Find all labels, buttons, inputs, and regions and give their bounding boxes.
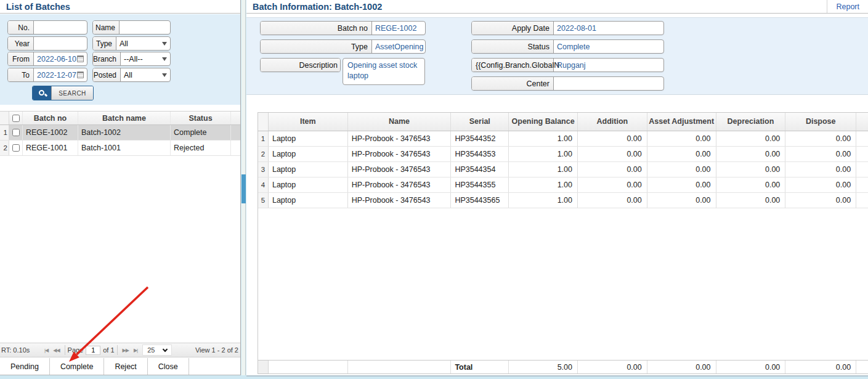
chevron-down-icon xyxy=(162,73,167,77)
next-page-icon[interactable]: ▶▶ xyxy=(120,348,131,353)
from-date-value: 2022-06-10 xyxy=(37,55,76,63)
cell-serial: HP3544352 xyxy=(451,131,509,146)
row-checkbox[interactable] xyxy=(12,129,20,136)
col-status[interactable]: Status xyxy=(171,112,231,124)
cell-adjustment: 0.00 xyxy=(647,193,716,208)
total-adjustment: 0.00 xyxy=(647,361,716,373)
batch-no-value[interactable]: REGE-1002 xyxy=(372,22,425,35)
item-row[interactable]: 5 Laptop HP-Probook - 3476543 HP35443565… xyxy=(258,193,868,208)
cell-name: HP-Probook - 3476543 xyxy=(348,193,452,208)
from-date-field[interactable]: From 2022-06-10 xyxy=(7,52,87,66)
col-asset-adjustment[interactable]: Asset Adjustment xyxy=(647,113,716,131)
center-field: Center xyxy=(471,76,664,91)
cell-depreciation: 0.00 xyxy=(716,193,786,208)
center-value[interactable] xyxy=(554,77,663,90)
reject-button[interactable]: Reject xyxy=(104,358,147,375)
right-titlebar: Batch Information: Batch-1002 Report xyxy=(246,0,868,14)
type-label: Type xyxy=(93,37,116,50)
cell-serial: HP3544353 xyxy=(451,147,509,161)
left-panel-title: List of Batches xyxy=(0,2,70,12)
cell-dispose: 0.00 xyxy=(785,177,856,192)
filter-area: No. Name Year Type All From 2022-06-10 B… xyxy=(0,14,240,105)
first-page-icon[interactable]: |◀ xyxy=(42,348,51,353)
chevron-down-icon xyxy=(162,57,167,61)
col-depreciation[interactable]: Depreciation xyxy=(716,113,786,131)
col-item[interactable]: Item xyxy=(269,113,348,131)
branch-select[interactable]: Branch --All-- xyxy=(92,52,171,66)
col-dispose[interactable]: Dispose xyxy=(785,113,856,131)
cell-opening: 1.00 xyxy=(509,177,578,192)
cell-adjustment: 0.00 xyxy=(647,147,716,161)
page-number-input[interactable] xyxy=(86,346,100,355)
items-table-total-row: Total 5.00 0.00 0.00 0.00 0.00 xyxy=(258,360,868,373)
type-select[interactable]: Type All xyxy=(92,36,171,51)
cell-addition: 0.00 xyxy=(578,193,647,208)
col-opening-balance[interactable]: Opening Balance xyxy=(509,113,578,131)
batch-items-table: Item Name Serial Opening Balance Additio… xyxy=(258,112,868,374)
row-number: 5 xyxy=(258,193,269,208)
branch-field: {{Config.Branch.GlobalN Rupganj xyxy=(471,58,664,72)
search-icon xyxy=(33,86,51,100)
description-value[interactable]: Opening asset stock laptop xyxy=(343,58,425,85)
type-field-value[interactable]: AssetOpening xyxy=(372,40,425,53)
cell-opening: 1.00 xyxy=(509,147,578,161)
year-input[interactable] xyxy=(37,37,84,50)
cell-adjustment: 0.00 xyxy=(647,162,716,177)
apply-date-value[interactable]: 2022-08-01 xyxy=(554,22,663,35)
calendar-icon[interactable] xyxy=(77,55,84,62)
col-name[interactable]: Name xyxy=(348,113,452,131)
last-page-icon[interactable]: ▶| xyxy=(131,348,140,353)
page-size-value: 25 xyxy=(147,346,155,354)
cell-depreciation: 0.00 xyxy=(716,177,786,192)
name-input[interactable] xyxy=(123,21,167,34)
pending-button[interactable]: Pending xyxy=(0,358,50,375)
cell-batch-no: REGE-1002 xyxy=(23,125,78,140)
col-batch-name[interactable]: Batch name xyxy=(78,112,171,124)
type-value: All xyxy=(120,39,128,48)
cell-dispose: 0.00 xyxy=(785,162,856,177)
complete-button[interactable]: Complete xyxy=(50,358,105,375)
batch-information-panel: Batch Information: Batch-1002 Report Bat… xyxy=(246,0,868,377)
search-button[interactable]: SEARCH xyxy=(32,86,94,100)
cell-serial: HP3544355 xyxy=(451,177,509,192)
col-batch-no[interactable]: Batch no xyxy=(23,112,78,124)
table-row[interactable]: 2 REGE-1001 Batch-1001 Rejected xyxy=(0,141,240,156)
type-field: Type AssetOpening xyxy=(260,39,426,54)
splitter-drag-handle[interactable] xyxy=(241,174,246,203)
item-row[interactable]: 2 Laptop HP-Probook - 3476543 HP3544353 … xyxy=(258,147,868,162)
branch-field-value[interactable]: Rupganj xyxy=(554,59,663,71)
no-input[interactable] xyxy=(37,21,84,34)
col-serial[interactable]: Serial xyxy=(451,113,509,131)
type-field-label: Type xyxy=(261,40,372,53)
item-row[interactable]: 3 Laptop HP-Probook - 3476543 HP3544354 … xyxy=(258,162,868,177)
cell-depreciation: 0.00 xyxy=(716,162,786,177)
chevron-down-icon xyxy=(163,346,168,351)
branch-value: --All-- xyxy=(124,55,143,63)
row-number: 3 xyxy=(258,162,269,177)
cell-item: Laptop xyxy=(269,177,348,192)
to-date-field[interactable]: To 2022-12-07 xyxy=(7,68,87,82)
cell-item: Laptop xyxy=(269,131,348,146)
col-addition[interactable]: Addition xyxy=(578,113,647,131)
of-label: of 1 xyxy=(103,346,114,354)
page-size-select[interactable]: 25 xyxy=(142,344,172,356)
total-opening: 5.00 xyxy=(509,361,578,373)
close-button[interactable]: Close xyxy=(148,358,189,375)
col-cut-off[interactable]: C xyxy=(856,113,868,131)
panel-splitter[interactable] xyxy=(241,0,246,375)
row-checkbox[interactable] xyxy=(12,144,20,152)
item-row[interactable]: 1 Laptop HP-Probook - 3476543 HP3544352 … xyxy=(258,131,868,147)
year-field: Year xyxy=(7,36,87,51)
status-field-value[interactable]: Complete xyxy=(554,40,663,53)
calendar-icon[interactable] xyxy=(77,71,84,78)
row-number: 1 xyxy=(0,125,9,140)
batch-info-form: Batch no REGE-1002 Type AssetOpening Des… xyxy=(246,17,868,95)
prev-page-icon[interactable]: ◀◀ xyxy=(51,348,62,353)
select-all-checkbox[interactable] xyxy=(12,115,20,122)
table-row[interactable]: 1 REGE-1002 Batch-1002 Complete xyxy=(0,125,240,141)
posted-select[interactable]: Posted All xyxy=(92,68,171,82)
item-row[interactable]: 4 Laptop HP-Probook - 3476543 HP3544355 … xyxy=(258,177,868,193)
view-range-label: View 1 - 2 of 2 xyxy=(195,346,240,354)
cell-addition: 0.00 xyxy=(578,162,647,177)
report-button[interactable]: Report xyxy=(827,0,868,13)
